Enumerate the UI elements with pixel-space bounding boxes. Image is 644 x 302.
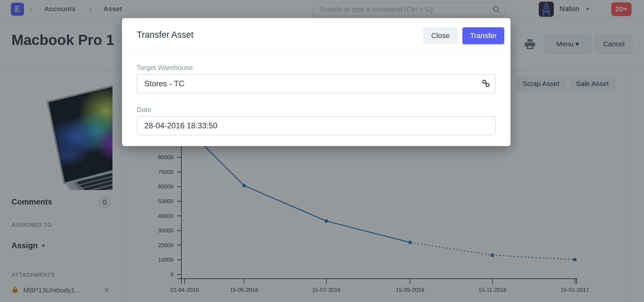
- target-warehouse-label: Target Warehouse: [137, 64, 193, 72]
- transfer-button[interactable]: Transfer: [462, 27, 504, 44]
- modal-title: Transfer Asset: [137, 30, 193, 40]
- transfer-asset-modal: Transfer Asset Close Transfer Target War…: [122, 18, 511, 146]
- target-warehouse-input[interactable]: [137, 74, 496, 93]
- app-window: E › Accounts › Asset: [0, 0, 644, 302]
- date-label: Date: [137, 106, 151, 114]
- modal-header: Transfer Asset Close Transfer: [122, 18, 511, 53]
- link-icon[interactable]: [482, 79, 490, 89]
- date-input[interactable]: [137, 116, 496, 135]
- close-button[interactable]: Close: [423, 27, 458, 44]
